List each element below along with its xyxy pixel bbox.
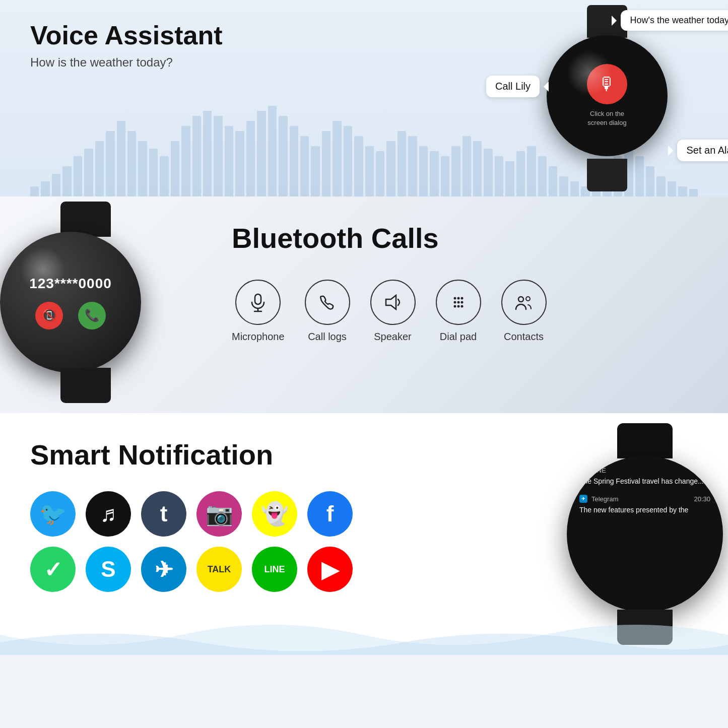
wave-bar bbox=[171, 141, 179, 196]
social-icon-youtube: ▶ bbox=[307, 547, 353, 592]
watch-strap-bottom bbox=[587, 159, 627, 191]
social-icon-skype: S bbox=[86, 547, 131, 592]
svg-point-5 bbox=[457, 297, 459, 300]
bt-feature-dial-pad: Dial pad bbox=[436, 280, 481, 343]
bubble-weather: How's the weather today? bbox=[621, 10, 728, 31]
accept-button: 📞 bbox=[78, 302, 106, 329]
wave-bar bbox=[225, 126, 233, 196]
wave-bar bbox=[505, 161, 514, 196]
wave-bar bbox=[52, 174, 60, 196]
telegram-dot: ✈ bbox=[579, 495, 587, 503]
svg-point-8 bbox=[457, 301, 459, 304]
wave-bar bbox=[516, 151, 525, 196]
wave-bar bbox=[30, 186, 39, 196]
wave-bar bbox=[181, 126, 190, 196]
wave-bar bbox=[398, 131, 406, 196]
svg-marker-3 bbox=[386, 295, 396, 309]
wave-decoration bbox=[0, 615, 728, 655]
wave-bar bbox=[322, 131, 330, 196]
call-logs-icon bbox=[305, 280, 350, 325]
social-icon-tumblr: t bbox=[141, 491, 186, 537]
wave-bar bbox=[419, 146, 428, 196]
svg-point-7 bbox=[453, 301, 456, 304]
svg-point-11 bbox=[457, 305, 459, 308]
wave-bar bbox=[203, 111, 212, 196]
wave-bar bbox=[376, 151, 384, 196]
svg-point-10 bbox=[453, 305, 456, 308]
notif-app-name-2: Telegram bbox=[591, 495, 618, 503]
wave-bar bbox=[192, 116, 201, 196]
call-logs-label: Call logs bbox=[308, 331, 347, 343]
bt-feature-contacts: Contacts bbox=[501, 280, 547, 343]
wave-bar bbox=[214, 116, 222, 196]
notif-time-1: 20:30 bbox=[694, 467, 710, 474]
notif-message-1: The Spring Festival travel has change... bbox=[579, 476, 710, 487]
notif-app-row-2: ✈ Telegram 20:30 bbox=[579, 495, 710, 503]
notification-watch: L LINE 20:30 The Spring Festival travel … bbox=[552, 423, 728, 645]
bt-feature-microphone: Microphone bbox=[232, 280, 285, 343]
voice-assistant-section: Voice Assistant How is the weather today… bbox=[0, 0, 728, 196]
wave-bar bbox=[246, 121, 255, 196]
bluetooth-info: Bluetooth Calls Microphone Call logs Spe… bbox=[212, 196, 728, 413]
social-icon-tiktok: ♬ bbox=[86, 491, 131, 537]
svg-rect-0 bbox=[255, 294, 261, 304]
bt-feature-speaker: Speaker bbox=[370, 280, 416, 343]
svg-point-9 bbox=[460, 301, 463, 304]
screen-line2: screen dialog bbox=[587, 119, 626, 126]
decline-button: 📵 bbox=[35, 302, 63, 329]
wave-bar bbox=[408, 136, 417, 196]
wave-bar bbox=[386, 141, 395, 196]
social-icon-line: LINE bbox=[252, 547, 297, 592]
speaker-label: Speaker bbox=[374, 331, 412, 343]
notification-title: Smart Notification bbox=[30, 438, 486, 471]
notif-strap-top bbox=[617, 423, 673, 458]
wave-bar bbox=[149, 149, 158, 196]
wave-bar bbox=[62, 166, 71, 196]
voice-watch: 🎙 Click on the screen dialog Call Lily H… bbox=[526, 5, 688, 191]
call-buttons: 📵 📞 bbox=[29, 302, 112, 329]
notif-app-row-1: L LINE 20:30 bbox=[579, 466, 710, 474]
wave-bar bbox=[84, 149, 93, 196]
wave-bar bbox=[441, 156, 449, 196]
bubble-call-lily: Call Lily bbox=[486, 76, 540, 97]
microphone-icon bbox=[235, 280, 281, 325]
notif-message-2: The new features presented by the bbox=[579, 505, 710, 515]
wave-bar bbox=[354, 136, 363, 196]
watch-glare bbox=[567, 50, 612, 96]
svg-point-12 bbox=[460, 305, 463, 308]
watch-face: 🎙 Click on the screen dialog bbox=[547, 35, 668, 156]
bt-feature-call-logs: Call logs bbox=[305, 280, 350, 343]
wave-bar bbox=[451, 146, 460, 196]
wave-bar bbox=[127, 131, 136, 196]
wave-bar bbox=[365, 146, 374, 196]
wave-bar bbox=[290, 126, 298, 196]
wave-bar bbox=[235, 131, 244, 196]
svg-point-14 bbox=[526, 297, 530, 301]
svg-point-6 bbox=[460, 297, 463, 300]
notif-watch-face: L LINE 20:30 The Spring Festival travel … bbox=[567, 456, 723, 612]
svg-point-13 bbox=[518, 297, 523, 302]
social-row-1: 🐦♬t📷👻f bbox=[30, 491, 486, 537]
wave-bar bbox=[495, 156, 503, 196]
social-icon-telegram: ✈ bbox=[141, 547, 186, 592]
bluetooth-features: Microphone Call logs Speaker bbox=[232, 280, 698, 343]
microphone-label: Microphone bbox=[232, 331, 285, 343]
bubble-alarm: Set an Alarm bbox=[677, 140, 728, 161]
bluetooth-section: 123****0000 📵 📞 Bluetooth Calls Micro bbox=[0, 196, 728, 413]
bt-watch-glare bbox=[20, 247, 65, 292]
wave-bar bbox=[430, 151, 438, 196]
social-row-2: ✓S✈TALKLINE▶ bbox=[30, 547, 486, 592]
wave-bar bbox=[95, 141, 104, 196]
wave-bar bbox=[473, 141, 482, 196]
bluetooth-watch-container: 123****0000 📵 📞 bbox=[0, 196, 212, 413]
social-icons-grid: 🐦♬t📷👻f ✓S✈TALKLINE▶ bbox=[30, 491, 486, 592]
notif-app-name-1: LINE bbox=[591, 467, 606, 474]
wave-bar bbox=[462, 136, 471, 196]
bluetooth-title: Bluetooth Calls bbox=[232, 222, 698, 254]
wave-bar bbox=[311, 146, 319, 196]
wave-bar bbox=[106, 131, 114, 196]
contacts-label: Contacts bbox=[504, 331, 544, 343]
social-icon-instagram: 📷 bbox=[196, 491, 242, 537]
notif-time-2: 20:30 bbox=[694, 495, 710, 503]
wave-bar bbox=[257, 111, 266, 196]
